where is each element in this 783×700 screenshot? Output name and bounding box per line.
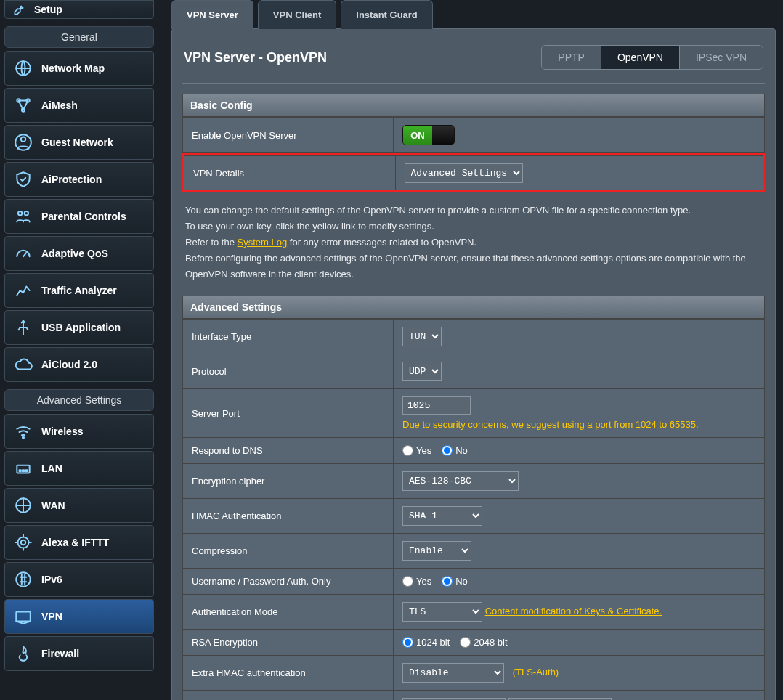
cipher-select[interactable]: AES-128-CBC — [402, 471, 519, 491]
toggle-on-label: ON — [403, 126, 432, 145]
cloud-icon — [12, 354, 34, 375]
sidebar-item-setup[interactable]: Setup — [4, 0, 154, 19]
pill-ipsec-vpn[interactable]: IPSec VPN — [680, 46, 763, 69]
sidebar-item-label: AiCloud 2.0 — [41, 359, 97, 370]
sidebar-item-label: Traffic Analyzer — [41, 285, 117, 296]
sidebar-item-alexa-ifttt[interactable]: Alexa & IFTTT — [4, 525, 154, 560]
advanced-table: Interface Type TUN Protocol UDP Server P… — [182, 319, 765, 700]
ipv6-icon — [12, 569, 34, 590]
auth-mode-label: Authentication Mode — [183, 595, 394, 630]
respond-dns-yes[interactable]: Yes — [402, 445, 431, 456]
basic-config-table: Enable OpenVPN Server ON — [182, 117, 765, 153]
sidebar-item-label: AiMesh — [41, 99, 78, 111]
info-text: You can change the default settings of t… — [182, 192, 765, 296]
enable-openvpn-label: Enable OpenVPN Server — [183, 118, 394, 153]
auth-mode-select[interactable]: TLS — [402, 602, 482, 622]
lan-icon — [12, 457, 34, 479]
traffic-icon — [12, 280, 34, 301]
usb-icon — [12, 317, 34, 338]
wan-icon — [12, 495, 34, 516]
compression-label: Compression — [183, 534, 394, 569]
sidebar-item-aicloud-2-0[interactable]: AiCloud 2.0 — [4, 347, 154, 382]
svg-point-7 — [25, 211, 28, 215]
sidebar-item-guest-network[interactable]: Guest Network — [4, 125, 154, 160]
sidebar-item-traffic-analyzer[interactable]: Traffic Analyzer — [4, 273, 154, 308]
hmac-select[interactable]: SHA 1 — [402, 506, 482, 526]
keys-cert-link[interactable]: Content modification of Keys & Certifica… — [485, 606, 662, 616]
userpass-no[interactable]: No — [442, 576, 468, 587]
sidebar-item-aiprotection[interactable]: AiProtection — [4, 162, 154, 197]
userpass-yes[interactable]: Yes — [402, 576, 431, 587]
svg-point-4 — [21, 137, 26, 142]
svg-point-11 — [21, 540, 26, 545]
rsa-2048[interactable]: 2048 bit — [460, 637, 507, 648]
wrench-icon — [12, 2, 27, 17]
sidebar-item-label: WAN — [41, 500, 65, 511]
rsa-1024[interactable]: 1024 bit — [402, 637, 450, 648]
sidebar-item-firewall[interactable]: Firewall — [4, 636, 154, 671]
sidebar-item-ipv6[interactable]: IPv6 — [4, 562, 154, 597]
compression-select[interactable]: Enable — [402, 541, 471, 561]
gauge-icon — [12, 243, 34, 264]
sidebar-item-label: Guest Network — [41, 137, 113, 148]
respond-dns-no[interactable]: No — [442, 445, 468, 456]
sidebar-item-lan[interactable]: LAN — [4, 451, 154, 486]
rsa-label: RSA Encryption — [183, 630, 394, 656]
interface-type-label: Interface Type — [183, 320, 394, 354]
respond-dns-label: Respond to DNS — [183, 438, 394, 464]
sidebar-item-wan[interactable]: WAN — [4, 488, 154, 523]
extra-hmac-select[interactable]: Disable — [402, 663, 504, 683]
sidebar-item-label: LAN — [41, 463, 62, 474]
sidebar-item-adaptive-qos[interactable]: Adaptive QoS — [4, 236, 154, 271]
family-icon — [12, 205, 34, 227]
sidebar-item-label: AiProtection — [41, 174, 102, 185]
tab-vpn-server[interactable]: VPN Server — [171, 0, 253, 29]
extra-hmac-hint: (TLS-Auth) — [513, 667, 559, 677]
svg-point-6 — [18, 211, 22, 215]
vpn-icon — [12, 606, 34, 627]
toggle-knob — [432, 126, 454, 145]
tab-instant-guard[interactable]: Instant Guard — [341, 0, 433, 29]
pill-pptp[interactable]: PPTP — [542, 46, 601, 69]
userpass-label: Username / Password Auth. Only — [183, 569, 394, 595]
pill-openvpn[interactable]: OpenVPN — [601, 46, 680, 69]
sidebar-item-vpn[interactable]: VPN — [4, 599, 154, 634]
server-port-note: Due to security concerns, we suggest usi… — [402, 419, 755, 430]
mesh-icon — [12, 94, 34, 116]
wifi-icon — [12, 420, 34, 442]
svg-point-8 — [23, 437, 24, 439]
sidebar-item-label: VPN — [41, 611, 62, 622]
svg-point-12 — [17, 537, 28, 548]
sidebar-item-label: Alexa & IFTTT — [41, 537, 109, 548]
protocol-label: Protocol — [183, 354, 394, 389]
vpn-details-highlight: VPN Details Advanced Settings — [182, 153, 765, 192]
enable-openvpn-toggle[interactable]: ON — [402, 125, 455, 145]
sidebar-header-advanced: Advanced Settings — [4, 389, 154, 411]
sidebar-item-label: USB Application — [41, 322, 121, 333]
sidebar-item-parental-controls[interactable]: Parental Controls — [4, 199, 154, 234]
page-title: VPN Server - OpenVPN — [184, 50, 327, 65]
subnet-label: VPN Subnet / Netmask — [183, 691, 394, 700]
sidebar-item-label: Firewall — [41, 648, 79, 659]
interface-type-select[interactable]: TUN — [402, 327, 442, 346]
guest-icon — [12, 131, 34, 153]
sidebar-item-label: Parental Controls — [41, 211, 126, 222]
sidebar-item-aimesh[interactable]: AiMesh — [4, 88, 154, 123]
vpn-details-select[interactable]: Advanced Settings — [405, 163, 523, 183]
shield-icon — [12, 168, 34, 190]
svg-point-13 — [16, 572, 31, 587]
alexa-icon — [12, 532, 34, 553]
cipher-label: Encryption cipher — [183, 464, 394, 499]
system-log-link[interactable]: System Log — [238, 237, 288, 248]
tab-vpn-client[interactable]: VPN Client — [258, 0, 336, 29]
sidebar-item-network-map[interactable]: Network Map — [4, 51, 154, 86]
sidebar-item-wireless[interactable]: Wireless — [4, 414, 154, 449]
main-content: VPN ServerVPN ClientInstant Guard VPN Se… — [158, 0, 783, 700]
tabs: VPN ServerVPN ClientInstant Guard — [171, 0, 776, 29]
server-port-input[interactable] — [402, 396, 471, 415]
section-advanced: Advanced Settings — [182, 296, 765, 319]
vpn-details-label: VPN Details — [184, 156, 395, 191]
sidebar: Setup General Network MapAiMeshGuest Net… — [0, 0, 158, 700]
protocol-select[interactable]: UDP — [402, 362, 442, 381]
sidebar-item-usb-application[interactable]: USB Application — [4, 310, 154, 345]
